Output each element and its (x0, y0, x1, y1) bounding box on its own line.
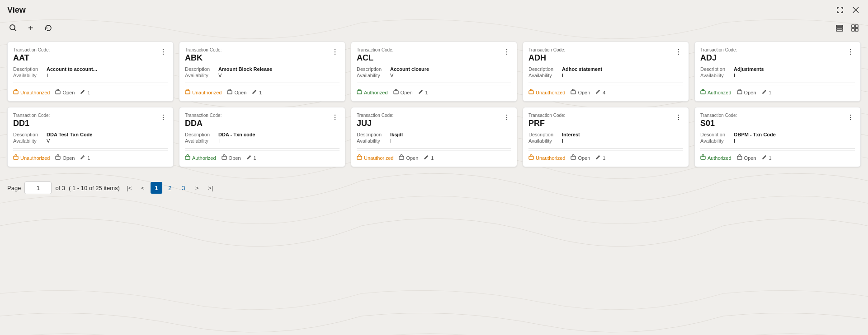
page-input[interactable] (24, 181, 52, 194)
first-page-button[interactable]: |< (123, 182, 135, 194)
edit-count: 1 (87, 155, 90, 161)
edit-count: 1 (431, 155, 434, 161)
svg-point-30 (850, 51, 851, 52)
card-footer: Authorized Open 1 (185, 150, 340, 161)
card-footer: Unauthorized Open 1 (357, 150, 511, 161)
lock-text: Open (234, 90, 246, 95)
edit-count: 1 (259, 90, 262, 95)
card-menu-button[interactable] (674, 113, 683, 123)
lock-icon (222, 154, 227, 161)
svg-point-19 (506, 51, 507, 52)
status-item: Unauthorized (13, 89, 50, 96)
title-bar-left: View (7, 5, 26, 15)
card-menu-button[interactable] (330, 113, 340, 123)
svg-rect-2 (836, 28, 843, 29)
card-divider (700, 148, 855, 149)
card-title-section: Transaction Code: S01 (700, 113, 737, 128)
card-menu-button[interactable] (846, 113, 855, 123)
availability-label: Availability (185, 138, 217, 144)
availability-value: I (562, 73, 563, 78)
refresh-button[interactable] (42, 22, 54, 34)
description-field: Description OBPM - Txn Code (700, 132, 855, 137)
availability-label: Availability (700, 138, 732, 144)
availability-field: Availability I (357, 138, 511, 144)
availability-value: I (734, 138, 735, 144)
availability-value: I (47, 73, 48, 78)
edit-icon (595, 89, 601, 96)
card-footer: Unauthorized Open 1 (528, 150, 683, 161)
card-menu-button[interactable] (159, 47, 168, 57)
card-title-section: Transaction Code: ACL (357, 47, 393, 63)
prev-page-button[interactable]: < (137, 182, 149, 194)
availability-value: V (390, 73, 393, 78)
transaction-card: Transaction Code: PRF Description Intere… (523, 107, 689, 167)
card-header: Transaction Code: ADH (528, 47, 683, 63)
edit-icon (762, 154, 767, 161)
page-1-button[interactable]: 1 (151, 182, 162, 194)
card-body: Description Adhoc statement Availability… (528, 66, 683, 78)
page-range-info: ( 1 - 10 of 25 items) (69, 185, 120, 191)
card-divider (185, 83, 340, 83)
availability-label: Availability (528, 138, 560, 144)
svg-rect-38 (14, 156, 18, 159)
card-divider (13, 148, 168, 149)
card-footer: Unauthorized Open 1 (185, 85, 340, 96)
card-menu-button[interactable] (846, 47, 855, 57)
lock-icon (571, 154, 576, 161)
availability-field: Availability I (528, 138, 683, 144)
card-code: ADJ (700, 53, 737, 63)
edit-count: 1 (87, 90, 90, 95)
status-icon (13, 89, 19, 96)
svg-rect-17 (227, 91, 232, 94)
svg-rect-50 (399, 156, 404, 159)
svg-point-20 (506, 54, 507, 55)
svg-rect-54 (529, 156, 533, 159)
list-view-button[interactable] (834, 22, 845, 34)
card-header: Transaction Code: ABK (185, 47, 340, 63)
description-label: Description (528, 132, 560, 137)
card-code-label: Transaction Code: (185, 47, 222, 52)
lock-text: Open (229, 155, 241, 161)
window-title: View (7, 5, 26, 15)
description-label: Description (13, 132, 45, 137)
status-text: Unauthorized (20, 155, 50, 161)
edit-icon (762, 89, 767, 96)
card-menu-button[interactable] (674, 47, 683, 57)
last-page-button[interactable]: >| (205, 182, 217, 194)
next-page-button[interactable]: > (191, 182, 203, 194)
grid-view-button[interactable] (849, 22, 861, 34)
card-header: Transaction Code: S01 (700, 113, 855, 128)
lock-icon (737, 154, 742, 161)
card-footer: Authorized Open 1 (700, 85, 855, 96)
close-button[interactable] (851, 5, 861, 15)
availability-label: Availability (13, 138, 45, 144)
search-button[interactable] (7, 22, 19, 34)
svg-rect-27 (529, 91, 533, 94)
description-field: Description Adjustments (700, 66, 855, 72)
card-menu-button[interactable] (159, 113, 168, 123)
lock-item: Open (571, 89, 590, 96)
description-field: Description Adhoc statement (528, 66, 683, 72)
description-value: Amount Block Release (218, 66, 272, 72)
card-menu-button[interactable] (502, 47, 511, 57)
svg-point-48 (506, 119, 507, 120)
availability-field: Availability V (357, 73, 511, 78)
page-2-button[interactable]: 2 (164, 182, 176, 194)
maximize-button[interactable] (835, 5, 845, 15)
transaction-card: Transaction Code: ADJ Description Adjust… (694, 42, 861, 102)
card-footer: Authorized Open 1 (357, 85, 511, 96)
card-menu-button[interactable] (502, 113, 511, 123)
add-button[interactable]: + (26, 22, 35, 34)
status-icon (357, 89, 362, 96)
svg-point-9 (163, 51, 164, 52)
svg-rect-23 (394, 91, 398, 94)
status-item: Unauthorized (528, 154, 565, 161)
page-3-button[interactable]: 3 (178, 182, 189, 194)
svg-rect-34 (737, 91, 742, 94)
lock-icon (55, 154, 61, 161)
transaction-card: Transaction Code: ACL Description Accoun… (351, 42, 517, 102)
status-text: Unauthorized (192, 90, 222, 95)
card-footer: Unauthorized Open 1 (13, 85, 168, 96)
card-menu-button[interactable] (330, 47, 340, 57)
description-value: Interest (562, 132, 580, 137)
